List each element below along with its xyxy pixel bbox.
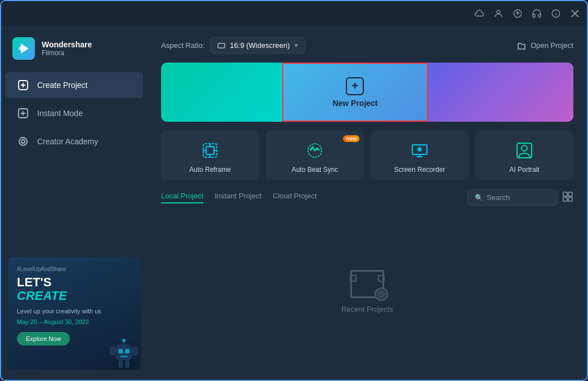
tool-screen-recorder[interactable]: Screen Recorder [371,131,469,180]
auto-beat-sync-icon [304,140,326,161]
create-project-icon [17,79,29,91]
card-teal [161,63,282,122]
svg-line-50 [381,294,382,295]
tool-ai-portrait[interactable]: AI Portrait [475,131,573,180]
aspect-ratio-label: Aspect Ratio: [161,41,204,50]
empty-state-label: Recent Projects [341,305,393,313]
empty-state-icon [350,270,384,298]
projects-header: Local Project Instant Project Cloud Proj… [161,189,573,206]
creator-academy-icon [17,135,29,148]
top-bar: Aspect Ratio: 16:9 (Widescreen) ▾ Open P… [161,37,573,54]
aspect-ratio-value: 16:9 (Widescreen) [230,41,289,50]
svg-point-24 [122,339,126,342]
svg-rect-22 [120,356,128,357]
instant-mode-icon [17,107,29,119]
logo-text: Wondershare Filmora [42,40,92,57]
tool-auto-beat-sync[interactable]: New Auto Beat Sync [266,131,364,180]
search-placeholder: Search [487,193,510,202]
project-cards-row: + New Project [161,63,573,122]
new-badge: New [343,135,359,142]
cloud-icon[interactable] [474,8,484,19]
user-icon[interactable] [493,8,504,19]
banner-subtitle: Level up your creativity with us [17,307,132,316]
svg-rect-27 [118,360,123,368]
content-area: Aspect Ratio: 16:9 (Widescreen) ▾ Open P… [148,26,587,381]
explore-now-button[interactable]: Explore Now [17,332,70,345]
headphones-icon[interactable] [532,8,542,19]
grid-view-icon[interactable] [562,191,573,205]
tool-auto-reframe[interactable]: Auto Reframe [161,131,259,180]
svg-rect-25 [110,347,115,356]
tools-row: Auto Reframe New Auto Beat Sync [161,131,573,180]
sidebar-item-instant-label: Instant Mode [37,109,83,118]
screen-recorder-icon [409,140,430,161]
svg-point-0 [497,10,500,14]
svg-rect-31 [206,147,214,154]
new-project-card[interactable]: + New Project [282,63,427,122]
sidebar-item-academy-label: Creator Academy [37,137,98,146]
empty-state: Recent Projects [161,212,573,371]
aspect-ratio-dropdown[interactable]: 16:9 (Widescreen) ▾ [210,37,305,54]
auto-reframe-icon [199,140,221,161]
sidebar-item-create-project[interactable]: Create Project [6,72,143,98]
sidebar-item-create-label: Create Project [37,81,87,90]
banner-lets: LET'S [17,275,51,289]
window-controls [474,8,580,19]
logo-area: Wondershare Filmora [1,32,148,71]
close-icon[interactable] [570,8,580,19]
tab-local-project[interactable]: Local Project [161,192,203,203]
title-bar [1,1,587,26]
info-icon[interactable] [551,8,561,19]
svg-rect-45 [568,192,572,196]
auto-reframe-label: Auto Reframe [189,166,231,174]
app-name-line2: Filmora [42,49,92,57]
clock-icon [375,287,388,301]
aspect-ratio-area: Aspect Ratio: 16:9 (Widescreen) ▾ [161,37,305,54]
card-purple [428,63,573,122]
svg-point-16 [19,138,27,145]
new-project-label: New Project [332,99,377,108]
search-area: 🔍 Search [467,189,573,206]
promo-banner: #LevelUpAndShare LET'S CREATE Level up y… [8,257,141,370]
svg-rect-28 [125,360,130,368]
svg-rect-47 [568,197,572,201]
banner-title: LET'S CREATE [17,276,132,303]
svg-rect-19 [115,344,132,360]
new-project-plus-icon: + [346,77,364,95]
ai-portrait-label: AI Portrait [509,166,539,174]
search-icon: 🔍 [475,194,483,202]
svg-rect-29 [218,43,225,48]
sidebar: Wondershare Filmora Create Project [1,26,148,381]
app-name-line1: Wondershare [42,40,92,50]
svg-rect-46 [563,197,567,201]
sidebar-item-creator-academy[interactable]: Creator Academy [6,129,143,154]
svg-rect-26 [132,347,138,356]
sidebar-item-instant-mode[interactable]: Instant Mode [6,100,143,126]
svg-point-43 [522,145,527,151]
open-project-button[interactable]: Open Project [517,41,573,50]
banner-date: May 20 – August 30, 2022 [17,318,132,325]
film-frame-icon [350,270,384,298]
app-logo-icon [12,37,35,60]
svg-point-9 [19,46,23,51]
search-box[interactable]: 🔍 Search [467,189,558,206]
upload-icon[interactable] [513,8,523,19]
screen-recorder-label: Screen Recorder [394,166,446,174]
svg-point-17 [21,140,25,143]
svg-rect-21 [125,349,130,353]
project-tabs: Local Project Instant Project Cloud Proj… [161,192,317,203]
tab-cloud-project[interactable]: Cloud Project [273,192,317,203]
projects-section: Local Project Instant Project Cloud Proj… [161,189,573,371]
tab-instant-project[interactable]: Instant Project [215,192,261,203]
banner-hashtag: #LevelUpAndShare [17,266,132,272]
banner-robot-image [104,333,141,370]
banner-create: CREATE [17,289,67,303]
svg-rect-23 [122,342,126,345]
svg-rect-20 [118,349,123,353]
svg-rect-44 [563,192,567,196]
dropdown-chevron-icon: ▾ [295,42,298,49]
svg-point-41 [418,148,421,150]
main-layout: Wondershare Filmora Create Project [1,26,587,381]
ai-portrait-icon [514,140,535,161]
auto-beat-sync-label: Auto Beat Sync [292,166,338,174]
